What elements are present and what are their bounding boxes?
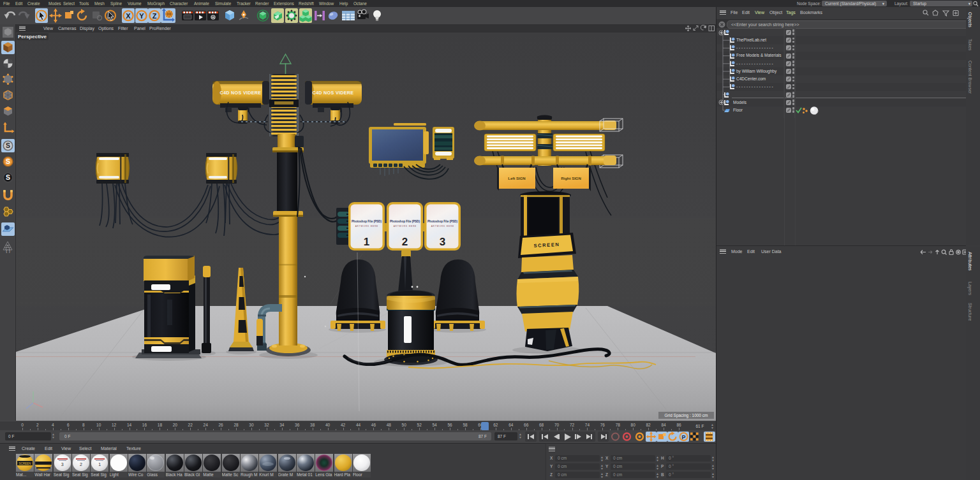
svg-text:A R T W O R K H E R E: A R T W O R K H E R E <box>355 225 378 228</box>
svg-text:S: S <box>6 142 10 149</box>
svg-text:Z: Z <box>152 12 157 20</box>
svg-text:Photoshop File (PSD): Photoshop File (PSD) <box>352 220 382 223</box>
svg-text:( ): ( ) <box>6 249 10 254</box>
svg-text:1: 1 <box>364 236 369 248</box>
svg-text:A R T W O R K H E R E: A R T W O R K H E R E <box>431 225 454 228</box>
svg-text:Left SIGN: Left SIGN <box>508 177 525 180</box>
svg-text:Photoshop File (PSD): Photoshop File (PSD) <box>390 220 420 223</box>
svg-text:Photoshop File (PSD): Photoshop File (PSD) <box>427 220 457 223</box>
svg-text:P: P <box>681 433 685 440</box>
svg-text:Y: Y <box>139 12 144 20</box>
svg-text:S: S <box>6 173 10 181</box>
svg-text:A R T W O R K H E R E: A R T W O R K H E R E <box>394 225 416 228</box>
svg-text:S: S <box>6 157 10 165</box>
svg-text:2: 2 <box>402 236 408 248</box>
svg-text:3: 3 <box>440 236 445 248</box>
svg-text:C4D NOS VIDERE: C4D NOS VIDERE <box>313 90 354 96</box>
svg-text:Right SIGN: Right SIGN <box>561 177 581 180</box>
svg-text:C4D NOS VIDERE: C4D NOS VIDERE <box>220 90 262 96</box>
svg-text:X: X <box>126 12 131 20</box>
